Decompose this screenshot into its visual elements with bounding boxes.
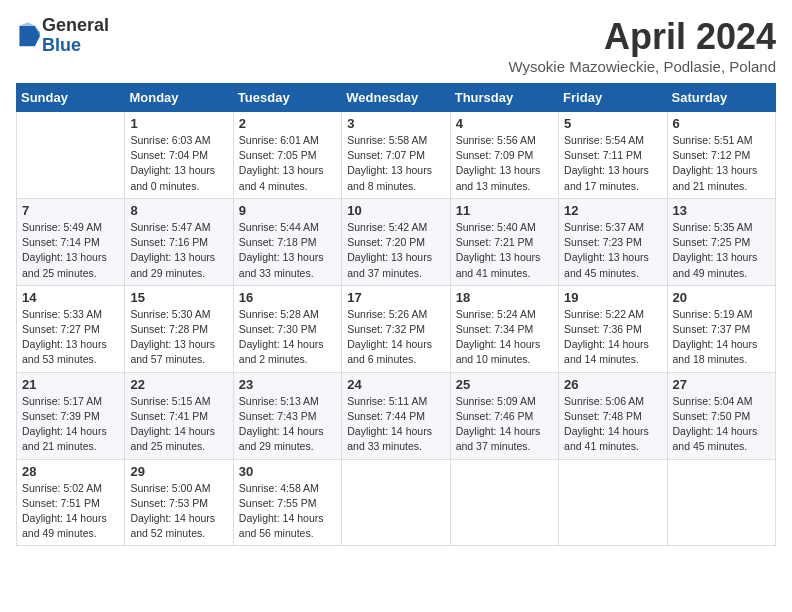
cell-info: Sunrise: 5:49 AM Sunset: 7:14 PM Dayligh… xyxy=(22,220,119,281)
calendar-cell: 11Sunrise: 5:40 AM Sunset: 7:21 PM Dayli… xyxy=(450,198,558,285)
calendar-cell: 23Sunrise: 5:13 AM Sunset: 7:43 PM Dayli… xyxy=(233,372,341,459)
cell-info: Sunrise: 6:03 AM Sunset: 7:04 PM Dayligh… xyxy=(130,133,227,194)
calendar-cell: 30Sunrise: 4:58 AM Sunset: 7:55 PM Dayli… xyxy=(233,459,341,546)
calendar-cell: 4Sunrise: 5:56 AM Sunset: 7:09 PM Daylig… xyxy=(450,112,558,199)
cell-info: Sunrise: 5:51 AM Sunset: 7:12 PM Dayligh… xyxy=(673,133,770,194)
cell-info: Sunrise: 5:40 AM Sunset: 7:21 PM Dayligh… xyxy=(456,220,553,281)
day-number: 24 xyxy=(347,377,444,392)
cell-info: Sunrise: 5:26 AM Sunset: 7:32 PM Dayligh… xyxy=(347,307,444,368)
calendar-cell: 16Sunrise: 5:28 AM Sunset: 7:30 PM Dayli… xyxy=(233,285,341,372)
day-number: 7 xyxy=(22,203,119,218)
calendar-cell xyxy=(667,459,775,546)
weekday-header-saturday: Saturday xyxy=(667,84,775,112)
day-number: 13 xyxy=(673,203,770,218)
day-number: 11 xyxy=(456,203,553,218)
cell-info: Sunrise: 5:33 AM Sunset: 7:27 PM Dayligh… xyxy=(22,307,119,368)
cell-info: Sunrise: 5:22 AM Sunset: 7:36 PM Dayligh… xyxy=(564,307,661,368)
weekday-header-sunday: Sunday xyxy=(17,84,125,112)
logo-blue: Blue xyxy=(42,36,109,56)
calendar-cell: 25Sunrise: 5:09 AM Sunset: 7:46 PM Dayli… xyxy=(450,372,558,459)
day-number: 2 xyxy=(239,116,336,131)
cell-info: Sunrise: 5:37 AM Sunset: 7:23 PM Dayligh… xyxy=(564,220,661,281)
logo: General Blue xyxy=(16,16,109,56)
cell-info: Sunrise: 5:42 AM Sunset: 7:20 PM Dayligh… xyxy=(347,220,444,281)
page-header: General Blue April 2024 Wysokie Mazowiec… xyxy=(16,16,776,75)
day-number: 22 xyxy=(130,377,227,392)
day-number: 8 xyxy=(130,203,227,218)
cell-info: Sunrise: 5:30 AM Sunset: 7:28 PM Dayligh… xyxy=(130,307,227,368)
day-number: 25 xyxy=(456,377,553,392)
month-title: April 2024 xyxy=(509,16,777,58)
day-number: 12 xyxy=(564,203,661,218)
logo-text: General Blue xyxy=(42,16,109,56)
day-number: 21 xyxy=(22,377,119,392)
weekday-header-thursday: Thursday xyxy=(450,84,558,112)
calendar-cell: 10Sunrise: 5:42 AM Sunset: 7:20 PM Dayli… xyxy=(342,198,450,285)
cell-info: Sunrise: 5:04 AM Sunset: 7:50 PM Dayligh… xyxy=(673,394,770,455)
calendar-cell: 13Sunrise: 5:35 AM Sunset: 7:25 PM Dayli… xyxy=(667,198,775,285)
calendar-week-row: 7Sunrise: 5:49 AM Sunset: 7:14 PM Daylig… xyxy=(17,198,776,285)
day-number: 15 xyxy=(130,290,227,305)
day-number: 28 xyxy=(22,464,119,479)
calendar-cell xyxy=(342,459,450,546)
cell-info: Sunrise: 5:13 AM Sunset: 7:43 PM Dayligh… xyxy=(239,394,336,455)
day-number: 29 xyxy=(130,464,227,479)
calendar-cell: 14Sunrise: 5:33 AM Sunset: 7:27 PM Dayli… xyxy=(17,285,125,372)
weekday-header-monday: Monday xyxy=(125,84,233,112)
cell-info: Sunrise: 5:56 AM Sunset: 7:09 PM Dayligh… xyxy=(456,133,553,194)
cell-info: Sunrise: 5:28 AM Sunset: 7:30 PM Dayligh… xyxy=(239,307,336,368)
calendar-cell: 12Sunrise: 5:37 AM Sunset: 7:23 PM Dayli… xyxy=(559,198,667,285)
calendar-cell: 24Sunrise: 5:11 AM Sunset: 7:44 PM Dayli… xyxy=(342,372,450,459)
calendar-cell: 15Sunrise: 5:30 AM Sunset: 7:28 PM Dayli… xyxy=(125,285,233,372)
cell-info: Sunrise: 5:24 AM Sunset: 7:34 PM Dayligh… xyxy=(456,307,553,368)
calendar-cell: 8Sunrise: 5:47 AM Sunset: 7:16 PM Daylig… xyxy=(125,198,233,285)
day-number: 3 xyxy=(347,116,444,131)
calendar-cell: 18Sunrise: 5:24 AM Sunset: 7:34 PM Dayli… xyxy=(450,285,558,372)
calendar-cell: 29Sunrise: 5:00 AM Sunset: 7:53 PM Dayli… xyxy=(125,459,233,546)
title-section: April 2024 Wysokie Mazowieckie, Podlasie… xyxy=(509,16,777,75)
day-number: 23 xyxy=(239,377,336,392)
calendar-cell: 28Sunrise: 5:02 AM Sunset: 7:51 PM Dayli… xyxy=(17,459,125,546)
cell-info: Sunrise: 4:58 AM Sunset: 7:55 PM Dayligh… xyxy=(239,481,336,542)
day-number: 10 xyxy=(347,203,444,218)
day-number: 9 xyxy=(239,203,336,218)
day-number: 1 xyxy=(130,116,227,131)
calendar-week-row: 21Sunrise: 5:17 AM Sunset: 7:39 PM Dayli… xyxy=(17,372,776,459)
calendar-cell: 19Sunrise: 5:22 AM Sunset: 7:36 PM Dayli… xyxy=(559,285,667,372)
calendar-week-row: 14Sunrise: 5:33 AM Sunset: 7:27 PM Dayli… xyxy=(17,285,776,372)
day-number: 14 xyxy=(22,290,119,305)
cell-info: Sunrise: 5:06 AM Sunset: 7:48 PM Dayligh… xyxy=(564,394,661,455)
weekday-header-row: SundayMondayTuesdayWednesdayThursdayFrid… xyxy=(17,84,776,112)
cell-info: Sunrise: 5:09 AM Sunset: 7:46 PM Dayligh… xyxy=(456,394,553,455)
cell-info: Sunrise: 5:00 AM Sunset: 7:53 PM Dayligh… xyxy=(130,481,227,542)
calendar-cell: 17Sunrise: 5:26 AM Sunset: 7:32 PM Dayli… xyxy=(342,285,450,372)
day-number: 18 xyxy=(456,290,553,305)
calendar-cell: 26Sunrise: 5:06 AM Sunset: 7:48 PM Dayli… xyxy=(559,372,667,459)
cell-info: Sunrise: 5:44 AM Sunset: 7:18 PM Dayligh… xyxy=(239,220,336,281)
cell-info: Sunrise: 5:02 AM Sunset: 7:51 PM Dayligh… xyxy=(22,481,119,542)
cell-info: Sunrise: 5:54 AM Sunset: 7:11 PM Dayligh… xyxy=(564,133,661,194)
day-number: 19 xyxy=(564,290,661,305)
location-subtitle: Wysokie Mazowieckie, Podlasie, Poland xyxy=(509,58,777,75)
day-number: 6 xyxy=(673,116,770,131)
cell-info: Sunrise: 6:01 AM Sunset: 7:05 PM Dayligh… xyxy=(239,133,336,194)
calendar-cell xyxy=(559,459,667,546)
weekday-header-friday: Friday xyxy=(559,84,667,112)
day-number: 26 xyxy=(564,377,661,392)
day-number: 16 xyxy=(239,290,336,305)
cell-info: Sunrise: 5:17 AM Sunset: 7:39 PM Dayligh… xyxy=(22,394,119,455)
calendar-cell xyxy=(450,459,558,546)
cell-info: Sunrise: 5:15 AM Sunset: 7:41 PM Dayligh… xyxy=(130,394,227,455)
cell-info: Sunrise: 5:19 AM Sunset: 7:37 PM Dayligh… xyxy=(673,307,770,368)
day-number: 4 xyxy=(456,116,553,131)
calendar-week-row: 1Sunrise: 6:03 AM Sunset: 7:04 PM Daylig… xyxy=(17,112,776,199)
calendar-week-row: 28Sunrise: 5:02 AM Sunset: 7:51 PM Dayli… xyxy=(17,459,776,546)
logo-general: General xyxy=(42,16,109,36)
calendar-table: SundayMondayTuesdayWednesdayThursdayFrid… xyxy=(16,83,776,546)
calendar-cell: 7Sunrise: 5:49 AM Sunset: 7:14 PM Daylig… xyxy=(17,198,125,285)
cell-info: Sunrise: 5:58 AM Sunset: 7:07 PM Dayligh… xyxy=(347,133,444,194)
calendar-cell: 2Sunrise: 6:01 AM Sunset: 7:05 PM Daylig… xyxy=(233,112,341,199)
calendar-cell: 21Sunrise: 5:17 AM Sunset: 7:39 PM Dayli… xyxy=(17,372,125,459)
calendar-cell: 9Sunrise: 5:44 AM Sunset: 7:18 PM Daylig… xyxy=(233,198,341,285)
cell-info: Sunrise: 5:11 AM Sunset: 7:44 PM Dayligh… xyxy=(347,394,444,455)
